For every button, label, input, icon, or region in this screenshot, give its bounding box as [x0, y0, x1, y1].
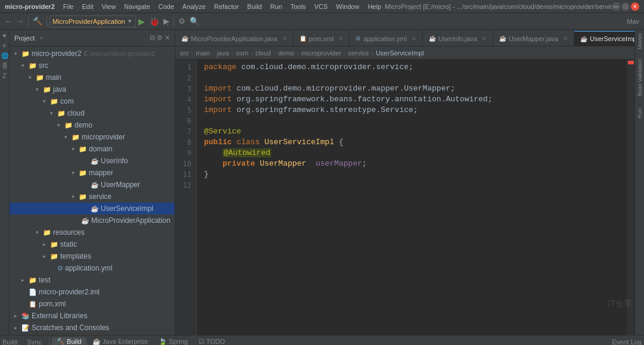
debug-button[interactable]: 🐞 [147, 15, 161, 27]
favorites-icon[interactable]: ★ [2, 32, 7, 39]
menu-code[interactable]: Code [155, 2, 178, 11]
tab-pom[interactable]: 📋 pom.xml ✕ [293, 31, 350, 46]
close-button[interactable]: ✕ [631, 2, 639, 11]
tree-item-static[interactable]: ▸ 📁 static [10, 238, 175, 250]
tree-item-microprovider[interactable]: ▾ 📁 microprovider [10, 131, 175, 143]
tw-sync-button[interactable]: Sync [23, 338, 47, 346]
tree-label-pom: pom.xml [39, 300, 66, 308]
run-button[interactable]: ▶ [137, 15, 147, 27]
settings-icon[interactable]: ⚙ [177, 15, 187, 27]
breadcrumb-service[interactable]: service [348, 49, 369, 57]
tab-usermapper-close[interactable]: ✕ [563, 35, 568, 42]
tree-item-demo[interactable]: ▾ 📁 demo [10, 119, 175, 131]
menu-help[interactable]: Help [364, 2, 385, 11]
tab-microapp-close[interactable]: ✕ [282, 35, 287, 42]
tab-userinfo[interactable]: ☕ UserInfo.java ✕ [423, 31, 493, 46]
line-numbers: 12345 678910 1112 [175, 60, 197, 335]
tw-spring-button[interactable]: 🍃 Spring [154, 337, 193, 345]
tab-appyml[interactable]: ⚙ application.yml ✕ [349, 31, 423, 46]
tab-pom-close[interactable]: ✕ [338, 35, 343, 42]
tree-item-root[interactable]: ▾ 📁 micro-provider2 E:/micro/micro-provi… [10, 48, 175, 60]
search-icon[interactable]: 🔍 [188, 15, 201, 27]
menu-run[interactable]: Run [267, 2, 286, 11]
tree-item-userinfo[interactable]: ☕ UserInfo [10, 155, 175, 167]
menu-analyze[interactable]: Analyze [179, 2, 209, 11]
tw-build-button[interactable]: 🔨 Build [52, 337, 86, 345]
toolbar-separator-2 [47, 16, 47, 27]
menu-navigate[interactable]: Navigate [120, 2, 153, 11]
tree-item-mapper[interactable]: ▾ 📁 mapper [10, 167, 175, 179]
service-folder-icon: 📁 [79, 193, 87, 201]
structure-icon[interactable]: ≡ [3, 42, 7, 49]
tab-microapp[interactable]: ☕ MicroProviderApplication.java ✕ [175, 31, 293, 46]
tree-item-userserviceimpl[interactable]: ☕ UserServiceImpl [10, 203, 175, 215]
tree-item-appyml[interactable]: ⚙ application.yml [10, 262, 175, 274]
tree-item-scratches[interactable]: ▸ 📝 Scratches and Consoles [10, 322, 175, 334]
event-log-link[interactable]: Event Log [612, 338, 642, 346]
tree-item-microapp[interactable]: ☕ MicroProviderApplication [10, 215, 175, 226]
code-editor[interactable]: package com.cloud.demo.microprovider.ser… [197, 60, 626, 335]
breadcrumb-main[interactable]: main [196, 49, 210, 57]
run-config-dropdown-icon[interactable]: ▼ [127, 18, 133, 24]
tree-item-domain[interactable]: ▾ 📁 domain [10, 143, 175, 155]
tab-appyml-close[interactable]: ✕ [411, 35, 416, 42]
breadcrumb-src[interactable]: src [180, 49, 189, 57]
maximize-button[interactable]: □ [621, 2, 630, 11]
tree-item-resources[interactable]: ▾ 📁 resources [10, 226, 175, 238]
web-icon[interactable]: 🌐 [1, 52, 8, 59]
run-panel-btn[interactable]: Run [635, 101, 645, 125]
breadcrumb-com[interactable]: com [236, 49, 249, 57]
tool-window-bar: Build: Sync 🔨 Build ☕ Java Enterprise 🍃 … [0, 335, 644, 345]
build-icon[interactable]: 🔨 [31, 15, 44, 27]
tree-label-scratches: Scratches and Consoles [32, 324, 109, 332]
coverage-button[interactable]: ▶̣ [162, 15, 171, 27]
menu-window[interactable]: Window [333, 2, 363, 11]
tree-item-extlibs[interactable]: ▸ 📚 External Libraries [10, 310, 175, 322]
menu-file[interactable]: File [60, 2, 78, 11]
tree-item-java[interactable]: ▾ 📁 java [10, 83, 175, 95]
error-mark[interactable] [628, 61, 634, 64]
tree-item-src[interactable]: ▾ 📁 src [10, 60, 175, 72]
tree-label-resources: resources [53, 228, 85, 237]
run-config-selector[interactable]: MicroProviderApplication ▼ [49, 15, 136, 27]
tree-item-com[interactable]: ▾ 📁 com [10, 95, 175, 107]
app-name: micro-provider2 [5, 3, 55, 10]
settings-panel-icon[interactable]: ⚙ [157, 34, 163, 42]
breadcrumb-demo[interactable]: demo [278, 49, 295, 57]
tree-item-pom[interactable]: 📋 pom.xml [10, 298, 175, 310]
tree-item-usermapper[interactable]: ☕ UserMapper [10, 179, 175, 191]
menu-build[interactable]: Build [244, 2, 265, 11]
userserviceimpl-icon: ☕ [91, 205, 99, 213]
menu-vcs[interactable]: VCS [311, 2, 332, 11]
menu-refactor[interactable]: Refactor [210, 2, 243, 11]
tab-usermapper[interactable]: ☕ UserMapper.java ✕ [493, 31, 574, 46]
breadcrumb-cloud[interactable]: cloud [255, 49, 271, 57]
toolbar-separator [28, 16, 29, 27]
tw-todo-button[interactable]: ☑ TODO [194, 337, 230, 345]
collapse-all-icon[interactable]: ⊟ [150, 34, 155, 42]
menu-edit[interactable]: Edit [78, 2, 97, 11]
tree-item-templates[interactable]: ▸ 📁 templates [10, 250, 175, 262]
bean-validation-panel-btn[interactable]: Bean Validation [635, 54, 645, 101]
tw-java-enterprise-button[interactable]: ☕ Java Enterprise [88, 337, 153, 345]
tree-item-service[interactable]: ▾ 📁 service [10, 191, 175, 203]
tree-item-cloud[interactable]: ▾ 📁 cloud [10, 107, 175, 119]
hide-panel-icon[interactable]: ✕ [165, 34, 170, 42]
tree-item-test[interactable]: ▸ 📁 test [10, 274, 175, 286]
tree-item-main[interactable]: ▾ 📁 main [10, 72, 175, 83]
back-icon[interactable]: ← [2, 15, 14, 27]
forward-icon[interactable]: → [14, 15, 26, 27]
src-folder-icon: 📁 [29, 62, 37, 70]
tab-userinfo-close[interactable]: ✕ [482, 35, 487, 42]
minimize-button[interactable]: — [612, 2, 620, 11]
zstructure-icon[interactable]: Z [2, 73, 6, 79]
tab-userserviceimpl[interactable]: ☕ UserServiceImpl.java ✕ [574, 31, 634, 46]
maven-panel-btn[interactable]: Maven [635, 30, 645, 54]
db-icon[interactable]: 🗄 [2, 63, 8, 69]
menu-view[interactable]: View [98, 2, 119, 11]
tab-appyml-icon: ⚙ [355, 35, 361, 42]
breadcrumb-java[interactable]: java [217, 49, 229, 57]
menu-tools[interactable]: Tools [287, 2, 309, 11]
breadcrumb-microprovider[interactable]: microprovider [301, 49, 341, 57]
tree-item-iml[interactable]: 📄 micro-provider2.iml [10, 286, 175, 298]
